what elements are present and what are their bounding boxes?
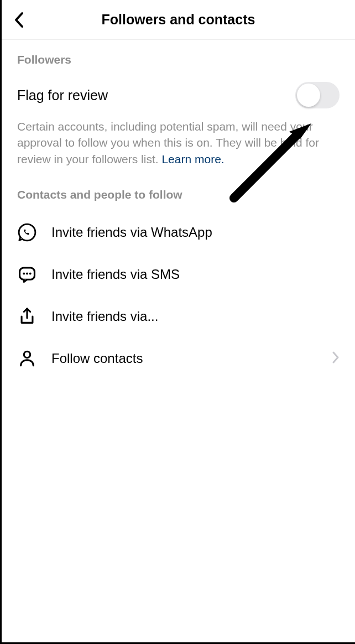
page-title: Followers and contacts xyxy=(27,12,330,28)
whatsapp-icon xyxy=(17,222,37,242)
svg-point-3 xyxy=(26,273,28,275)
invite-whatsapp-row[interactable]: Invite friends via WhatsApp xyxy=(17,211,340,253)
section-header-contacts: Contacts and people to follow xyxy=(17,188,340,201)
header: Followers and contacts xyxy=(2,0,355,40)
flag-for-review-toggle[interactable] xyxy=(295,82,340,108)
svg-point-5 xyxy=(24,351,30,357)
back-chevron-icon xyxy=(14,12,24,28)
section-header-followers: Followers xyxy=(17,53,340,66)
share-icon xyxy=(17,307,37,326)
content: Followers Flag for review Certain accoun… xyxy=(2,40,355,380)
flag-description: Certain accounts, including potential sp… xyxy=(17,118,340,167)
flag-for-review-label: Flag for review xyxy=(17,87,108,103)
svg-point-2 xyxy=(23,273,25,275)
toggle-knob xyxy=(297,84,320,107)
invite-whatsapp-label: Invite friends via WhatsApp xyxy=(51,225,340,240)
back-button[interactable] xyxy=(11,12,27,28)
follow-contacts-label: Follow contacts xyxy=(51,351,332,366)
learn-more-link[interactable]: Learn more. xyxy=(161,153,224,165)
invite-share-label: Invite friends via... xyxy=(51,309,340,324)
follow-contacts-row[interactable]: Follow contacts xyxy=(17,337,340,380)
invite-share-row[interactable]: Invite friends via... xyxy=(17,295,340,337)
invite-sms-row[interactable]: Invite friends via SMS xyxy=(17,253,340,295)
svg-point-4 xyxy=(29,273,32,275)
person-icon xyxy=(17,349,37,368)
chevron-right-icon xyxy=(332,351,340,366)
sms-icon xyxy=(17,264,37,284)
flag-for-review-row: Flag for review xyxy=(17,76,340,118)
invite-sms-label: Invite friends via SMS xyxy=(51,267,340,282)
